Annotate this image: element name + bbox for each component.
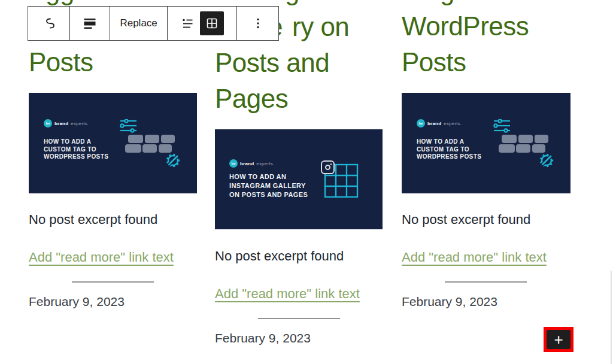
post-date[interactable]: February 9, 2023 bbox=[402, 295, 497, 309]
grid-view-button[interactable] bbox=[200, 11, 224, 35]
post-column-3: g WordPress Posts be brand experts. HOW … bbox=[402, 0, 570, 364]
separator bbox=[72, 281, 154, 283]
instagram-icon bbox=[321, 160, 335, 174]
grid-view-icon bbox=[205, 16, 219, 31]
brand-suffix: experts. bbox=[444, 121, 462, 126]
brand-logo-icon: be bbox=[229, 159, 238, 168]
post-date[interactable]: February 9, 2023 bbox=[215, 331, 311, 345]
featured-image[interactable]: be brand experts. HOW TO ADD A CUSTOM TA… bbox=[402, 93, 570, 193]
replace-button[interactable]: Replace bbox=[120, 17, 157, 29]
tag-pill bbox=[535, 135, 548, 143]
sliders-icon bbox=[493, 119, 511, 134]
heading-clipped-descender: gg bbox=[45, 0, 74, 6]
gear-pencil-icon bbox=[539, 153, 554, 168]
featured-image[interactable]: be brand experts. HOW TO ADD AN INSTAGRA… bbox=[215, 129, 383, 229]
block-toolbar: Replace bbox=[28, 6, 279, 41]
heading-clipped-descender: g bbox=[440, 0, 454, 6]
heading-clipped-descender: g bbox=[285, 0, 299, 6]
thumbnail-title: HOW TO ADD A CUSTOM TAG TO WORDPRESS POS… bbox=[417, 138, 481, 161]
post-title[interactable]: ry on bbox=[292, 9, 349, 45]
alignment-icon bbox=[83, 16, 97, 31]
post-excerpt-placeholder[interactable]: No post excerpt found bbox=[29, 212, 157, 228]
list-view-button[interactable] bbox=[181, 16, 195, 31]
tag-pill bbox=[516, 144, 530, 153]
brand-logo-icon: be bbox=[44, 119, 52, 128]
tag-pill bbox=[125, 144, 141, 153]
loop-icon bbox=[41, 16, 56, 31]
post-title[interactable]: Pages bbox=[215, 81, 288, 117]
post-title[interactable]: Posts bbox=[29, 44, 93, 80]
brand-suffix: experts. bbox=[256, 161, 274, 166]
thumbnail-title: HOW TO ADD AN INSTAGRAM GALLERY ON POSTS… bbox=[229, 172, 308, 199]
brand-name: brand bbox=[54, 121, 68, 126]
options-icon bbox=[251, 16, 265, 31]
thumbnail-title: HOW TO ADD A CUSTOM TAG TO WORDPRESS POS… bbox=[44, 138, 108, 161]
featured-image[interactable]: be brand experts. HOW TO ADD A CUSTOM TA… bbox=[29, 93, 197, 193]
brand-suffix: experts. bbox=[71, 121, 89, 126]
tag-pill bbox=[161, 135, 175, 143]
add-block-button[interactable]: + bbox=[547, 330, 570, 349]
inserter-highlight: + bbox=[544, 327, 573, 352]
post-title[interactable]: Posts bbox=[402, 44, 466, 80]
tag-pill bbox=[128, 135, 143, 143]
tag-pill bbox=[142, 144, 157, 153]
post-column-1: gg Posts be brand experts. HOW TO ADD A … bbox=[29, 0, 197, 364]
tag-pill bbox=[145, 135, 159, 143]
read-more-link[interactable]: Add "read more" link text bbox=[29, 250, 174, 265]
tag-pill bbox=[502, 135, 517, 143]
brand-name: brand bbox=[240, 161, 254, 166]
tag-pill bbox=[499, 144, 515, 153]
alignment-button[interactable] bbox=[83, 16, 97, 31]
read-more-link[interactable]: Add "read more" link text bbox=[215, 286, 360, 302]
list-view-icon bbox=[181, 16, 195, 31]
tag-pill bbox=[532, 144, 545, 153]
gear-pencil-icon bbox=[165, 153, 181, 168]
loop-block-button[interactable] bbox=[41, 16, 56, 31]
sliders-icon bbox=[120, 119, 138, 134]
post-title[interactable]: Posts and bbox=[215, 45, 329, 81]
canvas-edge-line bbox=[611, 271, 612, 364]
separator bbox=[445, 281, 527, 283]
brand-name: brand bbox=[427, 121, 441, 126]
brand-logo-icon: be bbox=[417, 119, 425, 128]
options-button[interactable] bbox=[251, 16, 265, 31]
post-column-2: g e ry on Posts and Pages be brand exper… bbox=[215, 0, 383, 364]
post-title[interactable]: WordPress bbox=[402, 8, 529, 44]
post-excerpt-placeholder[interactable]: No post excerpt found bbox=[215, 248, 344, 264]
post-excerpt-placeholder[interactable]: No post excerpt found bbox=[402, 212, 530, 228]
separator bbox=[258, 318, 340, 319]
tag-pill bbox=[159, 144, 172, 153]
tag-pill bbox=[518, 135, 533, 143]
read-more-link[interactable]: Add "read more" link text bbox=[402, 250, 547, 265]
post-date[interactable]: February 9, 2023 bbox=[29, 295, 125, 309]
